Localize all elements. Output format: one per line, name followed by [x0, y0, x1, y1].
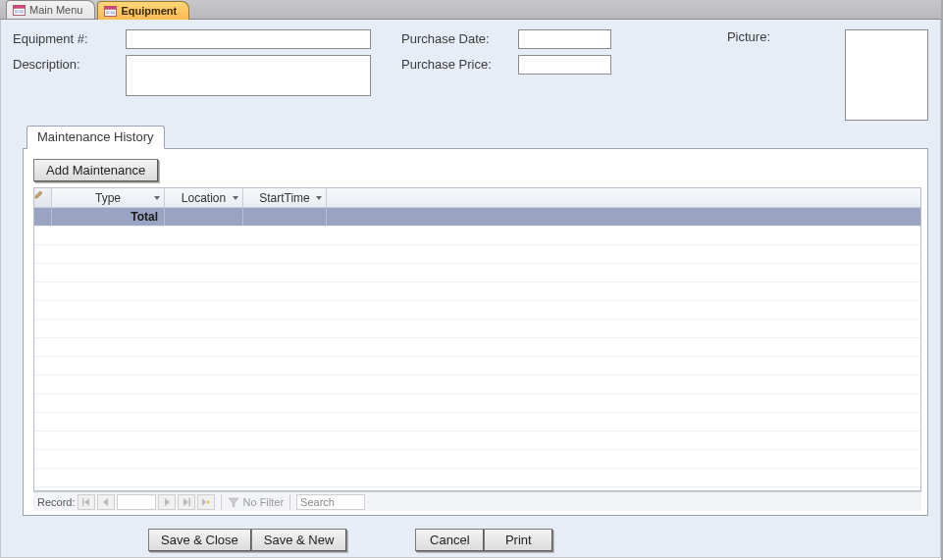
recnav-label: Record:	[37, 496, 76, 508]
top-fields: Equipment #: Description: Purchase Date:…	[13, 29, 928, 121]
equipment-no-input[interactable]	[126, 29, 371, 49]
separator	[221, 494, 222, 510]
recnav-last-button[interactable]	[178, 494, 195, 510]
svg-marker-15	[165, 498, 170, 506]
bottom-button-bar: Save & Close Save & New Cancel Print	[1, 529, 940, 551]
purchase-price-label: Purchase Price:	[401, 55, 518, 72]
column-header-type-label: Type	[95, 191, 121, 205]
datasheet-grid: Type Location StartTime	[33, 187, 921, 491]
svg-rect-2	[15, 10, 19, 11]
recnav-first-button[interactable]	[78, 494, 95, 510]
svg-rect-10	[111, 11, 116, 12]
tab-maintenance-history[interactable]: Maintenance History	[26, 126, 165, 149]
description-label: Description:	[13, 55, 126, 72]
cancel-button[interactable]: Cancel	[415, 529, 484, 551]
recnav-current-record[interactable]	[117, 494, 156, 510]
new-record-icon	[201, 498, 210, 506]
recnav-search-placeholder: Search	[300, 496, 335, 508]
document-tab-strip: Main Menu Equipment	[0, 0, 941, 20]
column-header-location-label: Location	[182, 191, 226, 205]
filter-icon	[228, 496, 239, 508]
svg-marker-13	[84, 498, 89, 506]
description-input[interactable]	[126, 55, 371, 96]
svg-marker-18	[202, 498, 206, 506]
last-icon	[183, 498, 190, 506]
grid-header: Type Location StartTime	[34, 188, 920, 208]
tab-equipment-label: Equipment	[121, 5, 177, 17]
tab-main-menu-label: Main Menu	[29, 4, 82, 16]
svg-rect-8	[106, 11, 110, 12]
chevron-down-icon	[154, 196, 160, 200]
grid-select-all[interactable]	[34, 188, 52, 207]
column-header-empty	[327, 188, 920, 207]
recnav-prev-button[interactable]	[97, 494, 115, 510]
chevron-down-icon	[233, 196, 238, 200]
svg-rect-3	[15, 12, 19, 13]
column-header-type[interactable]: Type	[52, 188, 165, 207]
recnav-filter-label: No Filter	[243, 496, 285, 508]
recnav-filter-status[interactable]: No Filter	[228, 496, 285, 508]
svg-rect-1	[14, 5, 26, 8]
app-window: Main Menu Equipment Equipment #: Descrip…	[0, 0, 943, 560]
grid-empty-lines	[34, 208, 920, 490]
subform-tabstrip: Maintenance History	[26, 126, 165, 149]
svg-rect-5	[20, 12, 25, 13]
tab-equipment[interactable]: Equipment	[97, 1, 189, 20]
record-navigator: Record:	[33, 491, 921, 511]
column-header-starttime[interactable]: StartTime	[243, 188, 327, 207]
purchase-date-label: Purchase Date:	[401, 29, 518, 46]
print-button[interactable]: Print	[484, 529, 552, 551]
column-header-location[interactable]: Location	[165, 188, 243, 207]
svg-rect-17	[188, 498, 190, 506]
subform-maintenance-history: Add Maintenance Type Location	[23, 148, 928, 516]
purchase-date-input[interactable]	[518, 29, 611, 49]
first-icon	[82, 498, 90, 506]
tab-main-menu[interactable]: Main Menu	[6, 0, 95, 19]
form-icon	[13, 5, 26, 16]
save-new-button[interactable]: Save & New	[251, 529, 347, 551]
svg-marker-16	[183, 498, 188, 506]
separator	[289, 494, 290, 510]
svg-rect-7	[105, 6, 117, 9]
recnav-new-button[interactable]	[197, 494, 215, 510]
chevron-down-icon	[316, 196, 322, 200]
svg-rect-4	[20, 10, 25, 11]
next-icon	[163, 498, 171, 506]
form-icon	[104, 6, 117, 17]
recnav-next-button[interactable]	[158, 494, 176, 510]
purchase-price-input[interactable]	[518, 55, 611, 75]
add-maintenance-button[interactable]: Add Maintenance	[33, 159, 158, 181]
svg-rect-11	[111, 13, 116, 14]
prev-icon	[102, 498, 110, 506]
equipment-no-label: Equipment #:	[13, 29, 126, 46]
picture-box[interactable]	[845, 29, 928, 121]
picture-label: Picture:	[653, 29, 845, 121]
svg-marker-14	[103, 498, 108, 506]
svg-rect-12	[82, 498, 84, 506]
save-close-button[interactable]: Save & Close	[148, 529, 251, 551]
column-header-starttime-label: StartTime	[259, 191, 310, 205]
form-body: Equipment #: Description: Purchase Date:…	[0, 20, 941, 558]
pencil-icon	[34, 189, 44, 199]
svg-rect-9	[106, 13, 110, 14]
grid-body[interactable]: Total	[34, 208, 920, 490]
recnav-search-input[interactable]: Search	[296, 494, 365, 510]
